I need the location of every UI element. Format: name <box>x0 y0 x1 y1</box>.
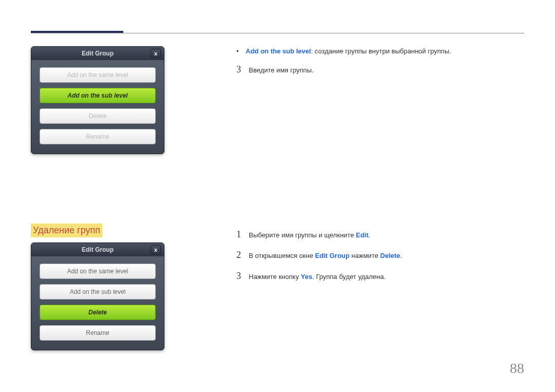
step-3: 3 Нажмите кнопку Yes. Группа будет удале… <box>236 269 524 284</box>
step-number: 2 <box>236 248 249 263</box>
page-content: Edit Group x Add on the same level Add o… <box>31 46 524 366</box>
add-same-level-button[interactable]: Add on the same level <box>40 264 156 279</box>
step-text: Выберите имя группы и щелкните Edit. <box>249 230 371 241</box>
step-number: 3 <box>236 269 249 284</box>
step-number: 1 <box>236 227 249 242</box>
t: . <box>368 231 371 239</box>
step-text: В открывшемся окне Edit Group нажмите De… <box>249 251 402 262</box>
add-same-level-button[interactable]: Add on the same level <box>40 67 156 83</box>
step-text: Нажмите кнопку Yes. Группа будет удалена… <box>249 272 386 283</box>
edit-group-dialog-1: Edit Group x Add on the same level Add o… <box>31 46 164 154</box>
step-1: 1 Выберите имя группы и щелкните Edit. <box>236 227 524 242</box>
dialog-title-text: Edit Group <box>82 50 114 57</box>
edit-group-dialog-2: Edit Group x Add on the same level Add o… <box>31 242 164 350</box>
add-sub-level-button[interactable]: Add on the sub level <box>40 88 156 103</box>
t: Нажмите кнопку <box>249 273 301 281</box>
header-divider <box>31 33 524 33</box>
dialog-body: Add on the same level Add on the sub lev… <box>31 256 164 350</box>
step-3: 3 Введите имя группы. <box>236 62 524 77</box>
delete-button[interactable]: Delete <box>40 108 156 124</box>
dialog-body: Add on the same level Add on the sub lev… <box>31 60 164 154</box>
bullet-highlight: Add on the sub level <box>246 47 311 55</box>
dialog-title-text: Edit Group <box>82 246 114 253</box>
hl: Edit <box>356 231 368 239</box>
rename-button[interactable]: Rename <box>40 129 156 144</box>
add-sub-level-button[interactable]: Add on the sub level <box>40 284 156 300</box>
close-icon[interactable]: x <box>151 49 161 58</box>
left-column: Edit Group x Add on the same level Add o… <box>31 46 226 366</box>
close-icon[interactable]: x <box>151 245 161 254</box>
hl: Edit Group <box>315 252 349 259</box>
t: В открывшемся окне <box>249 252 315 259</box>
dialog-title: Edit Group x <box>31 243 164 256</box>
right-column: • Add on the sub level: создание группы … <box>226 46 524 366</box>
section-heading-delete: Удаление групп <box>31 223 102 237</box>
t: Выберите имя группы и щелкните <box>249 231 356 239</box>
bullet-rest: : создание группы внутри выбранной групп… <box>311 47 451 55</box>
dialog-title: Edit Group x <box>31 47 164 60</box>
step-text: Введите имя группы. <box>249 65 313 76</box>
t: . <box>400 252 402 259</box>
page-number: 88 <box>510 360 524 377</box>
rename-button[interactable]: Rename <box>40 325 156 341</box>
bullet-text: Add on the sub level: создание группы вн… <box>246 46 451 57</box>
delete-button[interactable]: Delete <box>40 305 156 320</box>
bullet-dot: • <box>236 46 246 57</box>
step-2: 2 В открывшемся окне Edit Group нажмите … <box>236 248 524 263</box>
bullet-item: • Add on the sub level: создание группы … <box>236 46 524 57</box>
step-number: 3 <box>236 62 249 77</box>
t: нажмите <box>349 252 380 259</box>
hl: Yes <box>301 273 312 281</box>
hl: Delete <box>380 252 400 259</box>
t: . Группа будет удалена. <box>312 273 386 281</box>
